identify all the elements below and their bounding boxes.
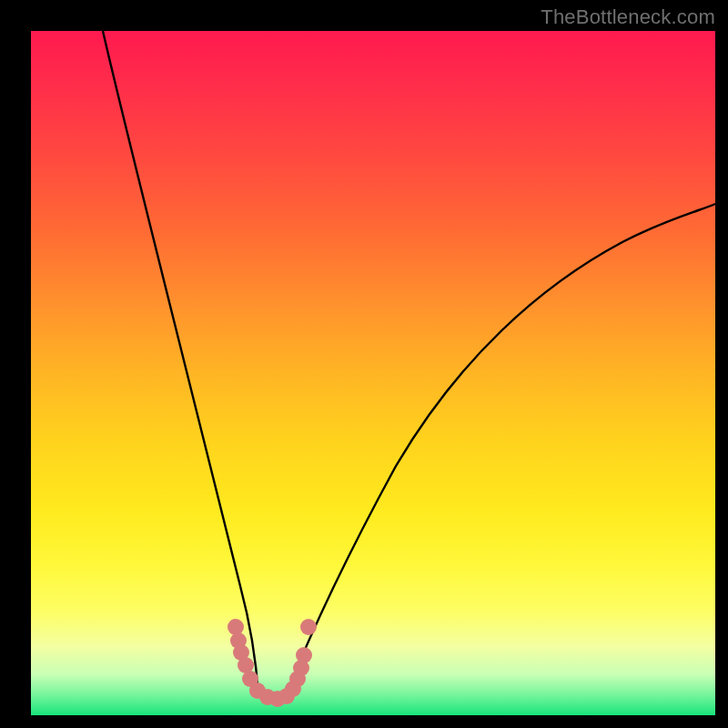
attribution-watermark: TheBottleneck.com xyxy=(541,5,715,29)
bottleneck-dots xyxy=(31,31,715,715)
svg-point-13 xyxy=(300,619,317,635)
svg-point-0 xyxy=(228,619,244,635)
chart-frame: TheBottleneck.com xyxy=(0,0,728,728)
svg-point-12 xyxy=(296,647,312,663)
plot-area xyxy=(31,31,715,715)
